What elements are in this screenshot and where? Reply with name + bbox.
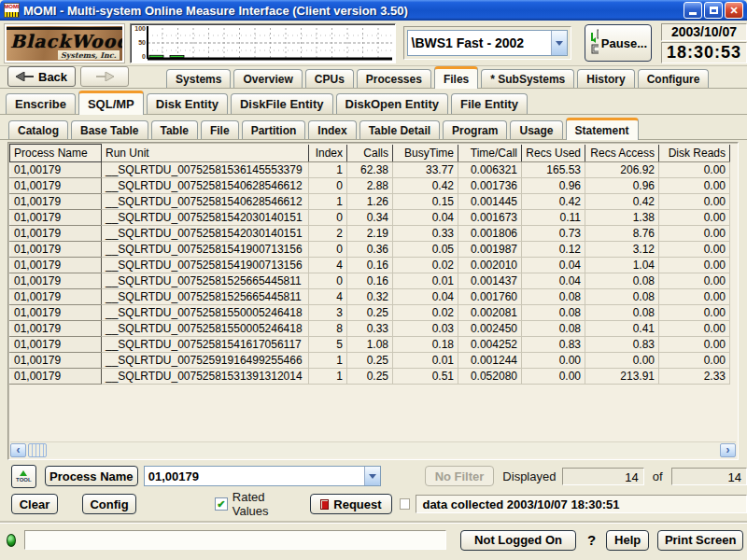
table-row[interactable]: 01,00179__SQLRTDU_0075258154062854661211… [10,194,730,210]
detail-tab-partition[interactable]: Partition [242,120,306,139]
table-cell[interactable]: 1 [309,162,347,178]
row-header-cell[interactable]: 01,00179 [10,258,102,273]
table-cell[interactable]: 0.02 [393,305,458,321]
table-cell[interactable]: 0.00 [659,226,730,242]
detail-tab-file[interactable]: File [201,120,239,139]
rated-values-checkbox[interactable]: ✔ Rated Values [215,490,303,518]
table-cell[interactable]: 0.02 [393,258,458,273]
table-cell[interactable]: 0.001673 [458,210,522,226]
pause-button[interactable]: Pause... [585,24,652,62]
tool-button[interactable]: TOOL [11,465,36,488]
table-cell[interactable]: 0.83 [585,337,659,353]
table-cell[interactable]: 0.01 [393,353,458,369]
table-cell[interactable]: 0.08 [585,289,659,305]
restore-button[interactable] [704,2,723,19]
table-cell[interactable]: 0.33 [347,321,393,337]
tab-cpus[interactable]: CPUs [305,69,354,88]
table-row[interactable]: 01,00179__SQLRTDU_0075258155000524641830… [10,305,730,321]
table-cell[interactable]: 0.00 [659,210,730,226]
subtab-file-entity[interactable]: File Entity [451,93,528,114]
table-cell[interactable]: 0.34 [347,210,393,226]
table-cell[interactable]: 0.25 [347,305,393,321]
back-button[interactable]: Back [7,66,76,87]
table-cell[interactable]: __SQLRTDU_00752581536145553379 [102,162,309,178]
table-cell[interactable]: 0 [309,210,347,226]
table-row[interactable]: 01,00179__SQLRTDU_0075258155000524641880… [10,321,730,337]
status-checkbox[interactable] [400,498,411,510]
table-cell[interactable]: __SQLRTDU_00752581541900713156 [102,258,309,273]
tab-overview[interactable]: Overview [233,69,302,88]
table-cell[interactable]: 0.18 [393,337,458,353]
table-cell[interactable]: 0.15 [393,194,458,210]
process-name-combo[interactable]: 01,00179 [144,466,381,486]
table-cell[interactable]: 0.002010 [458,258,522,273]
detail-tab-statement[interactable]: Statement [566,118,639,140]
table-cell[interactable]: 0.002081 [458,305,522,321]
table-cell[interactable]: 0.00 [659,194,730,210]
table-row[interactable]: 01,00179__SQLRTDU_0075259191649925546610… [10,353,730,369]
table-cell[interactable]: 0.04 [393,289,458,305]
tab-systems[interactable]: Systems [166,69,231,88]
table-cell[interactable]: __SQLRTDU_00752581550005246418 [102,305,309,321]
table-cell[interactable]: 0.83 [522,337,585,353]
table-cell[interactable]: 0.00 [659,178,730,194]
tab-files[interactable]: Files [434,66,478,89]
table-row[interactable]: 01,00179__SQLRTDU_0075258154203014015100… [10,210,730,226]
table-cell[interactable]: 8 [309,321,347,337]
table-cell[interactable]: 0.01 [393,273,458,289]
table-row[interactable]: 01,00179__SQLRTDU_0075258153614555337916… [10,162,730,178]
table-cell[interactable]: 0.08 [522,321,585,337]
process-name-button[interactable]: Process Name [45,466,138,486]
table-cell[interactable]: 0.08 [522,305,585,321]
table-cell[interactable]: 0.51 [393,369,458,385]
minimize-button[interactable] [684,2,702,19]
row-header-cell[interactable]: 01,00179 [10,321,102,337]
table-cell[interactable]: 62.38 [347,162,393,178]
column-header-run-unit[interactable]: Run Unit [102,145,309,162]
table-cell[interactable]: 0.32 [347,289,393,305]
table-cell[interactable]: __SQLRTDU_00752581540628546612 [102,194,309,210]
table-cell[interactable]: 0.25 [347,353,393,369]
subtab-diskopen-entity[interactable]: DiskOpen Entity [336,93,448,114]
row-header-cell[interactable]: 01,00179 [10,210,102,226]
table-cell[interactable]: 0.002450 [458,321,522,337]
row-header-cell[interactable]: 01,00179 [10,305,102,321]
detail-tab-program[interactable]: Program [443,120,507,139]
tab-configure[interactable]: Configure [638,69,710,88]
table-cell[interactable]: 33.77 [393,162,458,178]
help-question-mark[interactable]: ? [587,532,596,548]
scroll-right-button[interactable]: › [720,443,736,457]
column-header-time-call[interactable]: Time/Call [458,145,522,162]
column-header-process-name[interactable]: Process Name [10,145,102,162]
table-cell[interactable]: 2.19 [347,226,393,242]
table-cell[interactable]: 0.36 [347,242,393,258]
table-cell[interactable]: 0.04 [522,273,585,289]
table-cell[interactable]: 0.00 [659,162,730,178]
table-cell[interactable]: 206.92 [585,162,659,178]
table-cell[interactable]: 0.08 [585,273,659,289]
table-cell[interactable]: 0.00 [659,273,730,289]
table-cell[interactable]: __SQLRTDU_00752581542030140151 [102,210,309,226]
column-header-index[interactable]: Index [309,145,347,162]
table-cell[interactable]: 0.96 [585,178,659,194]
subtab-diskfile-entity[interactable]: DiskFile Entity [231,93,333,114]
request-button[interactable]: Request [310,494,392,514]
table-cell[interactable]: 0.00 [659,305,730,321]
table-cell[interactable]: 0.42 [393,178,458,194]
table-cell[interactable]: 0.00 [585,353,659,369]
table-cell[interactable]: 0.03 [393,321,458,337]
table-cell[interactable]: 0 [309,242,347,258]
table-cell[interactable]: 4 [309,258,347,273]
row-header-cell[interactable]: 01,00179 [10,162,102,178]
table-cell[interactable]: 0 [309,273,347,289]
table-row[interactable]: 01,00179__SQLRTDU_0075258154062854661202… [10,178,730,194]
not-logged-on-button[interactable]: Not Logged On [460,530,576,551]
tab-history[interactable]: History [577,69,634,88]
tab-subsystems[interactable]: * SubSystems [481,69,574,88]
table-cell[interactable]: 0.006321 [458,162,522,178]
table-cell[interactable]: 0.96 [522,178,585,194]
table-cell[interactable]: 0.25 [347,369,393,385]
detail-tab-table[interactable]: Table [151,120,198,139]
table-cell[interactable]: 2.88 [347,178,393,194]
table-row[interactable]: 01,00179__SQLRTDU_0075258152566544581140… [10,289,730,305]
